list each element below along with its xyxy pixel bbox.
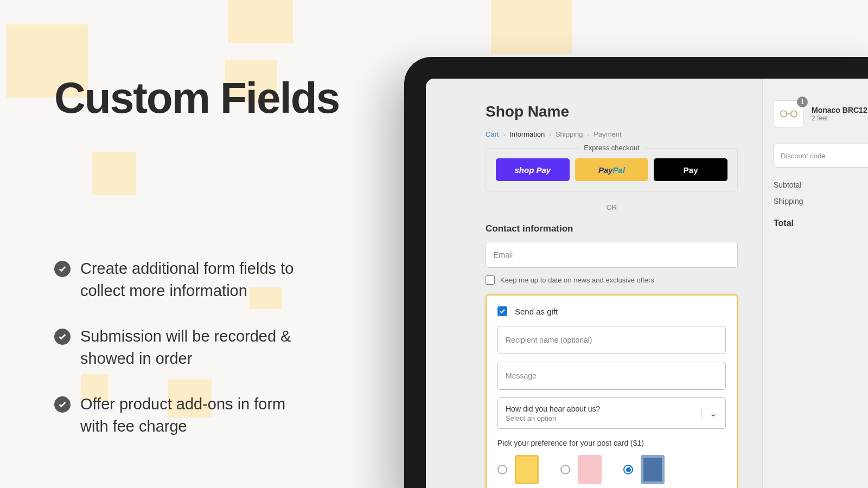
hear-about-us-select[interactable]: How did you hear about us? Select an opt…	[497, 397, 726, 429]
recipient-name-input[interactable]	[497, 326, 726, 354]
contact-info-title: Contact information	[486, 223, 738, 234]
feature-item: Offer product add-ons in form with fee c…	[54, 393, 309, 438]
express-checkout-label: Express checkout	[578, 144, 645, 152]
postcard-label: Pick your preference for your post card …	[497, 439, 726, 447]
postcard-thumb	[578, 455, 602, 484]
svg-point-1	[791, 111, 797, 117]
send-as-gift-checkbox[interactable]	[497, 306, 507, 316]
feature-item: Submission will be recorded & showed in …	[54, 325, 309, 370]
breadcrumb-shipping: Shipping	[556, 130, 583, 138]
postcard-option-3[interactable]	[623, 455, 665, 484]
postcard-option-2[interactable]	[560, 455, 602, 484]
check-icon	[54, 261, 71, 277]
feature-text: Offer product add-ons in form with fee c…	[80, 393, 309, 438]
glasses-icon	[778, 110, 799, 118]
postcard-option-1[interactable]	[497, 455, 539, 484]
subtotal-label: Subtotal	[774, 181, 801, 189]
breadcrumb-payment: Payment	[593, 130, 621, 138]
cart-item-variant: 2 feet	[812, 114, 867, 122]
chevron-right-icon: ›	[549, 131, 551, 138]
radio-icon	[623, 465, 633, 474]
email-input[interactable]	[486, 242, 738, 268]
check-icon	[54, 396, 71, 413]
bg-decoration	[491, 0, 572, 54]
select-label: How did you hear about us?	[506, 404, 600, 413]
send-as-gift-label: Send as gift	[515, 307, 558, 316]
paypal-button[interactable]: PayPal	[575, 158, 649, 181]
chevron-down-icon: ⌄	[701, 408, 718, 419]
order-summary-column: 1 Monaco BRC12 2 feet Subtotal Shipping …	[762, 79, 868, 488]
cart-item-name: Monaco BRC12	[812, 106, 867, 114]
svg-point-0	[781, 111, 787, 117]
gift-options-box: Send as gift How did you hear about us? …	[486, 294, 738, 488]
apple-pay-button[interactable]: Pay	[654, 158, 727, 181]
news-checkbox[interactable]	[486, 275, 495, 285]
radio-icon	[560, 465, 570, 474]
shipping-row: Shipping	[774, 197, 868, 206]
tablet-device-frame: Shop Name Cart › Information › Shipping …	[404, 57, 868, 488]
cart-qty-badge: 1	[797, 97, 808, 107]
postcard-thumb	[641, 455, 665, 484]
gift-message-input[interactable]	[497, 362, 726, 390]
cart-item: 1 Monaco BRC12 2 feet	[774, 100, 868, 127]
shop-name: Shop Name	[486, 103, 738, 120]
radio-icon	[497, 465, 507, 474]
cart-item-thumbnail: 1	[774, 100, 804, 127]
hero-title: Custom Fields	[54, 73, 339, 123]
chevron-right-icon: ›	[588, 131, 590, 138]
breadcrumb-information: Information	[509, 130, 545, 138]
chevron-right-icon: ›	[503, 131, 506, 138]
shipping-label: Shipping	[774, 197, 803, 206]
check-icon	[54, 329, 71, 345]
feature-text: Submission will be recorded & showed in …	[80, 325, 309, 370]
shop-pay-button[interactable]: shop Pay	[496, 158, 570, 181]
breadcrumb: Cart › Information › Shipping › Payment	[486, 130, 738, 138]
express-checkout-box: Express checkout shop Pay PayPal Pay	[486, 148, 738, 191]
total-label: Total	[774, 219, 794, 228]
tablet-screen: Shop Name Cart › Information › Shipping …	[426, 79, 868, 488]
feature-list: Create additional form fields to collect…	[54, 258, 309, 461]
postcard-thumb	[515, 455, 539, 484]
discount-code-input[interactable]	[774, 144, 868, 168]
subtotal-row: Subtotal	[774, 181, 868, 189]
bg-decoration	[228, 0, 293, 43]
breadcrumb-cart[interactable]: Cart	[486, 130, 499, 138]
news-checkbox-label: Keep me up to date on news and exclusive…	[500, 276, 654, 284]
checkout-main-column: Shop Name Cart › Information › Shipping …	[426, 79, 762, 488]
select-placeholder: Select an option	[506, 414, 600, 422]
feature-item: Create additional form fields to collect…	[54, 258, 309, 303]
or-divider: OR	[486, 203, 738, 211]
bg-decoration	[92, 152, 136, 195]
total-row: Total	[774, 219, 868, 228]
feature-text: Create additional form fields to collect…	[80, 258, 309, 303]
